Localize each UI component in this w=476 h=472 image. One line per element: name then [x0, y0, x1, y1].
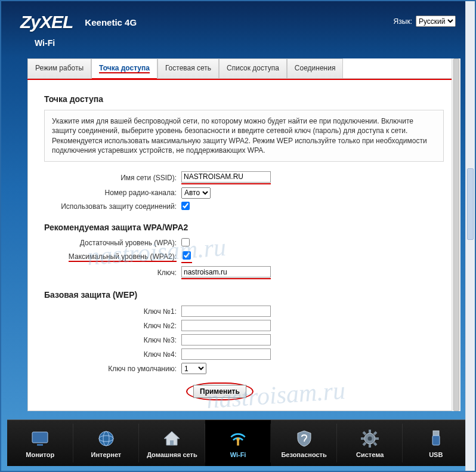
wep-k3-input[interactable]	[181, 334, 271, 345]
svg-rect-0	[32, 432, 48, 443]
ssid-label: Имя сети (SSID):	[44, 174, 181, 182]
svg-rect-18	[433, 431, 439, 436]
wep-k2-input[interactable]	[181, 320, 271, 331]
wpa-max-checkbox[interactable]	[183, 251, 191, 260]
wep-k1-input[interactable]	[181, 306, 271, 317]
page-subtitle: Wi-Fi	[7, 38, 469, 51]
svg-line-17	[363, 443, 366, 445]
svg-rect-5	[170, 440, 174, 445]
language-select[interactable]: Русский	[416, 16, 456, 27]
nav-label: Домашняя сеть	[147, 451, 197, 458]
panel-scrollbar[interactable]	[452, 58, 460, 411]
tab-guest[interactable]: Гостевая сеть	[157, 58, 219, 78]
nav-monitor[interactable]: Монитор	[7, 420, 73, 466]
tab-mode[interactable]: Режим работы	[27, 58, 91, 78]
language-picker: Язык: Русский	[394, 16, 456, 27]
protect-checkbox[interactable]	[181, 202, 190, 210]
wpa-max-label: Максимальный уровень (WPA2):	[44, 252, 181, 262]
wifi-icon	[228, 428, 248, 449]
nav-home-network[interactable]: Домашняя сеть	[139, 420, 205, 466]
nav-label: Интернет	[91, 451, 121, 458]
apply-highlight: Применить	[186, 382, 254, 400]
svg-line-14	[363, 432, 366, 434]
wep-def-select[interactable]: 1	[181, 363, 206, 374]
svg-point-9	[368, 436, 372, 440]
app-window: ZyXEL Keenetic 4G Язык: Русский Wi-Fi Ре…	[0, 0, 476, 472]
wep-k1-label: Ключ №1:	[44, 307, 181, 316]
content-panel: Режим работы Точка доступа Гостевая сеть…	[27, 58, 460, 411]
nav-system[interactable]: Система	[337, 420, 403, 466]
section-description: Укажите имя для вашей беспроводной сети,…	[44, 110, 444, 162]
globe-icon	[96, 428, 116, 449]
svg-point-2	[99, 431, 113, 446]
gear-icon	[360, 428, 380, 449]
channel-label: Номер радио-канала:	[44, 189, 181, 197]
tab-connections[interactable]: Соединения	[287, 58, 344, 78]
form-content: Точка доступа Укажите имя для вашей бесп…	[27, 79, 460, 411]
nav-internet[interactable]: Интернет	[73, 420, 140, 466]
wpa-key-input[interactable]	[181, 266, 271, 277]
tab-acl[interactable]: Список доступа	[219, 58, 287, 78]
wpa-suff-label: Достаточный уровень (WPA):	[44, 239, 181, 247]
nav-usb[interactable]: USB	[403, 420, 469, 466]
wep-k4-label: Ключ №4:	[44, 350, 181, 359]
wep-k4-input[interactable]	[181, 348, 271, 360]
svg-rect-19	[432, 436, 440, 445]
channel-select[interactable]: Авто	[181, 187, 211, 199]
protect-label: Использовать защиту соединений:	[44, 202, 181, 211]
house-icon	[162, 428, 182, 449]
model-name: Keenetic 4G	[85, 12, 137, 33]
svg-rect-1	[37, 444, 43, 446]
language-label: Язык:	[394, 17, 412, 26]
nav-security[interactable]: Безопасность	[271, 420, 337, 466]
monitor-icon	[30, 428, 50, 449]
nav-label: Безопасность	[281, 451, 326, 458]
wpa-suff-checkbox[interactable]	[181, 238, 190, 246]
wep-k2-label: Ключ №2:	[44, 322, 181, 330]
nav-wifi[interactable]: Wi-Fi	[205, 420, 271, 466]
wep-title: Базовая защита (WEP)	[44, 290, 444, 300]
brand-logo: ZyXEL	[20, 12, 73, 32]
outer-scrollbar[interactable]	[465, 1, 475, 471]
header: ZyXEL Keenetic 4G Язык: Русский	[7, 4, 469, 38]
svg-line-15	[374, 443, 376, 445]
wpa-key-label: Ключ:	[44, 269, 181, 277]
nav-label: Система	[356, 451, 384, 458]
nav-label: USB	[429, 451, 443, 458]
tab-bar: Режим работы Точка доступа Гостевая сеть…	[27, 58, 460, 79]
wpa-title: Рекомендуемая защита WPA/WPA2	[44, 223, 444, 232]
shield-icon	[294, 428, 314, 449]
window-body: ZyXEL Keenetic 4G Язык: Русский Wi-Fi Ре…	[7, 4, 469, 466]
wep-k3-label: Ключ №3:	[44, 336, 181, 344]
wep-def-label: Ключ по умолчанию:	[44, 365, 181, 373]
bottom-nav: Монитор Интернет Домашняя сеть Wi-Fi	[7, 419, 469, 466]
ssid-input[interactable]	[181, 171, 271, 183]
tab-access-point[interactable]: Точка доступа	[91, 58, 157, 78]
nav-label: Wi-Fi	[230, 451, 246, 458]
svg-point-7	[236, 437, 239, 440]
svg-line-16	[374, 432, 376, 434]
section-title: Точка доступа	[44, 94, 444, 104]
nav-label: Монитор	[26, 451, 54, 458]
usb-icon	[426, 428, 446, 449]
apply-button[interactable]: Применить	[193, 385, 246, 398]
